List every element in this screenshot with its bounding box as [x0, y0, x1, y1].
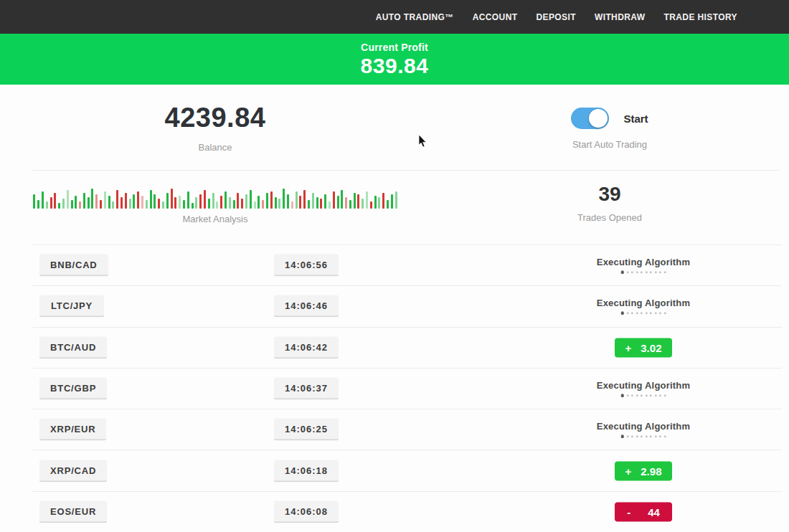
green-bar [337, 196, 339, 209]
progress-dot [627, 394, 629, 396]
red-bar [357, 194, 359, 209]
progress-dot [650, 312, 652, 314]
green-bar [83, 193, 85, 209]
trade-time-chip: 14:06:08 [274, 500, 339, 523]
green-bar [108, 196, 110, 209]
green-bar [183, 200, 185, 209]
green-bar [33, 194, 35, 209]
green-bar [250, 190, 252, 209]
progress-dot [646, 394, 648, 396]
red-bar [345, 197, 347, 209]
red-bar [158, 199, 160, 209]
progress-dot [641, 435, 643, 437]
progress-dot [659, 394, 661, 396]
progress-dot [627, 312, 629, 314]
balance-label: Balance [0, 142, 430, 153]
red-bar [220, 196, 222, 209]
red-bar [237, 193, 239, 209]
toggle-knob [589, 109, 608, 128]
pair-chip: LTC/JPY [39, 295, 104, 318]
green-bar [275, 197, 277, 209]
current-profit-value: 839.84 [0, 54, 789, 78]
progress-dots [597, 394, 690, 397]
trade-status: -44 [615, 502, 672, 521]
red-bar [79, 201, 81, 209]
progress-dot [664, 394, 666, 396]
progress-dot [621, 312, 625, 315]
red-bar [100, 200, 102, 209]
balance-stat: 4239.84 Balance [0, 85, 430, 170]
progress-dots [597, 270, 690, 274]
pair-chip: BNB/CAD [39, 255, 108, 277]
green-bar [216, 201, 218, 209]
result-badge: +3.02 [615, 338, 672, 357]
green-bar [225, 191, 227, 209]
executing-label: Executing Algorithm [597, 298, 690, 309]
green-bar [104, 191, 106, 209]
trades-opened-value: 39 [430, 183, 789, 206]
green-bar [366, 191, 368, 209]
green-bar [67, 190, 69, 209]
result-value: 3.02 [641, 341, 661, 353]
progress-dot [641, 394, 643, 396]
green-bar [187, 191, 189, 209]
red-bar [320, 199, 322, 209]
green-bar [233, 200, 235, 209]
trade-status: Executing Algorithm [597, 422, 690, 439]
progress-dot [621, 270, 625, 274]
auto-trading-label: Start Auto Trading [430, 139, 789, 150]
green-bar [208, 199, 210, 209]
progress-dot [664, 435, 666, 437]
current-profit-label: Current Profit [0, 42, 789, 53]
progress-dot [650, 435, 652, 437]
green-bar [287, 194, 289, 209]
nav-item-trade-history[interactable]: TRADE HISTORY [663, 12, 737, 22]
red-bar [174, 197, 176, 209]
red-bar [54, 193, 56, 209]
red-bar [382, 193, 384, 209]
progress-dot [664, 312, 666, 314]
trade-status: +2.98 [615, 461, 672, 480]
result-value: 2.98 [641, 465, 661, 477]
green-bar [162, 201, 164, 209]
trade-time-chip: 14:06:18 [274, 460, 339, 482]
progress-dot [627, 435, 629, 437]
green-bar [341, 190, 343, 209]
progress-dots [597, 312, 690, 315]
trade-row: XRP/EUR 14:06:25 Executing Algorithm [32, 409, 782, 450]
nav-item-auto-trading[interactable]: AUTO TRADING™ [376, 12, 454, 22]
trade-row: BTC/AUD 14:06:42 +3.02 [32, 327, 782, 368]
pair-chip: XRP/CAD [39, 460, 107, 482]
green-bar [179, 196, 181, 209]
nav-item-deposit[interactable]: DEPOSIT [536, 12, 575, 22]
nav-item-account[interactable]: ACCOUNT [473, 12, 518, 22]
green-bar [37, 200, 39, 209]
red-bar [299, 196, 301, 209]
pair-chip: XRP/EUR [39, 419, 106, 441]
progress-dot [636, 312, 638, 314]
stats-section: 4239.84 Balance Start Start Auto Trading… [0, 85, 789, 244]
auto-trading-toggle[interactable] [571, 108, 609, 129]
result-value: 44 [648, 505, 660, 518]
trade-time-chip: 14:06:56 [274, 255, 339, 277]
trade-status: Executing Algorithm [597, 257, 690, 274]
executing-label: Executing Algorithm [597, 422, 690, 432]
progress-dot [641, 312, 643, 314]
progress-dot [655, 435, 657, 437]
result-badge: -44 [615, 502, 672, 521]
red-bar [241, 199, 243, 209]
progress-dot [650, 271, 652, 273]
nav-item-withdraw[interactable]: WITHDRAW [595, 12, 646, 22]
progress-dot [631, 271, 633, 273]
executing-label: Executing Algorithm [597, 257, 690, 267]
trade-time-chip: 14:06:25 [274, 419, 339, 441]
trades-list: BNB/CAD 14:06:56 Executing Algorithm LTC… [0, 244, 789, 532]
trade-row: XRP/CAD 14:06:18 +2.98 [32, 450, 782, 490]
green-bar [112, 201, 114, 209]
green-bar [150, 190, 152, 209]
red-bar [270, 191, 273, 209]
green-bar [312, 193, 314, 209]
green-bar [195, 197, 197, 209]
green-bar [245, 194, 247, 209]
green-bar [374, 196, 377, 209]
